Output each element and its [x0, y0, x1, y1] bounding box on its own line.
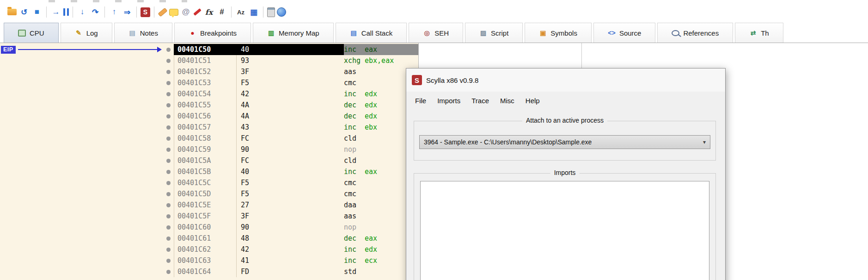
breakpoint-dot[interactable] [163, 77, 174, 88]
breakpoint-dot[interactable] [163, 66, 174, 77]
disasm-row[interactable]: 00401C6341incecx [163, 255, 418, 266]
breakpoint-dot[interactable] [163, 222, 174, 233]
tab-script[interactable]: ▨Script [465, 23, 523, 43]
disasm-row[interactable]: 00401C5F3Faas [163, 211, 418, 222]
address-cell[interactable]: 00401C60 [174, 222, 237, 233]
disasm-row[interactable]: 00401C5990nop [163, 144, 418, 155]
disasm-row[interactable]: 00401C6242incedx [163, 244, 418, 255]
breakpoint-dot[interactable] [163, 177, 174, 188]
disasm-row[interactable]: 00401C5193xchgebx,eax [163, 55, 418, 66]
bytes-cell[interactable]: 4A [237, 100, 344, 111]
bytes-cell[interactable]: FD [237, 266, 344, 277]
bytes-cell[interactable]: F5 [237, 77, 344, 88]
tab-source[interactable]: <>Source [593, 23, 656, 43]
breakpoint-dot[interactable] [163, 155, 174, 166]
address-cell[interactable]: 00401C59 [174, 144, 237, 155]
scylla-plugin-icon[interactable]: S [141, 7, 150, 17]
tab-log[interactable]: ✎Log [61, 23, 112, 43]
disasm-row[interactable]: 00401C5CF5cmc [163, 177, 418, 188]
disasm-row[interactable]: 00401C58FCcld [163, 133, 418, 144]
address-cell[interactable]: 00401C5D [174, 188, 237, 199]
address-cell[interactable]: 00401C5E [174, 199, 237, 211]
calculator-icon[interactable] [267, 7, 275, 17]
disasm-row[interactable]: 00401C564Adecedx [163, 111, 418, 122]
labels-icon[interactable]: @ [180, 6, 191, 18]
disasm-row[interactable]: 00401C53F5cmc [163, 77, 418, 88]
disasm-row[interactable]: 00401C5B40inceax [163, 166, 418, 177]
internet-icon[interactable] [277, 7, 286, 17]
step-over-icon[interactable]: ↷ [90, 6, 101, 18]
address-cell[interactable]: 00401C63 [174, 255, 237, 266]
breakpoint-dot[interactable] [163, 166, 174, 177]
address-cell[interactable]: 00401C5C [174, 177, 237, 188]
breakpoint-dot[interactable] [163, 244, 174, 255]
disasm-row[interactable]: 00401C64FDstd [163, 266, 418, 277]
step-into-icon[interactable]: ↓ [77, 6, 88, 18]
address-cell[interactable]: 00401C62 [174, 244, 237, 255]
address-cell[interactable]: 00401C53 [174, 77, 237, 88]
combo-dropdown-arrow-icon[interactable]: ▾ [703, 139, 706, 145]
address-cell[interactable]: 00401C56 [174, 111, 237, 122]
breakpoint-dot[interactable] [163, 255, 174, 266]
patches-icon[interactable] [158, 7, 167, 17]
tab-references[interactable]: References [657, 23, 733, 43]
menu-misc[interactable]: Misc [495, 95, 520, 106]
breakpoint-dot[interactable] [163, 44, 174, 55]
bytes-cell[interactable]: 90 [237, 144, 344, 155]
breakpoint-dot[interactable] [163, 111, 174, 122]
run-to-user-code-icon[interactable]: ⇒ [122, 6, 133, 18]
tab-notes[interactable]: ▤Notes [114, 23, 172, 43]
bytes-cell[interactable]: FC [237, 133, 344, 144]
address-cell[interactable]: 00401C58 [174, 133, 237, 144]
disasm-row[interactable]: 00401C5040inceax [163, 44, 418, 55]
menu-file[interactable]: File [410, 95, 431, 106]
tab-cpu[interactable]: CPU [4, 23, 59, 43]
scylla-titlebar[interactable]: S Scylla x86 v0.9.8 [406, 68, 725, 92]
tab-memory-map[interactable]: ▥Memory Map [253, 23, 334, 43]
bytes-cell[interactable]: 40 [237, 166, 344, 177]
breakpoint-dot[interactable] [163, 211, 174, 222]
strings-icon[interactable]: Az [235, 6, 246, 18]
address-cell[interactable]: 00401C5F [174, 211, 237, 222]
bytes-cell[interactable]: F5 [237, 188, 344, 199]
bytes-cell[interactable]: F5 [237, 177, 344, 188]
restart-icon[interactable]: ↺ [18, 6, 30, 18]
disasm-row[interactable]: 00401C6090nop [163, 222, 418, 233]
bytes-cell[interactable]: 42 [237, 88, 344, 100]
bytes-cell[interactable]: 43 [237, 122, 344, 133]
breakpoint-dot[interactable] [163, 55, 174, 66]
bytes-cell[interactable]: 4A [237, 111, 344, 122]
address-cell[interactable]: 00401C5A [174, 155, 237, 166]
bytes-cell[interactable]: 42 [237, 244, 344, 255]
bytes-cell[interactable]: 93 [237, 55, 344, 66]
breakpoint-dot[interactable] [163, 133, 174, 144]
bytes-cell[interactable]: 27 [237, 199, 344, 211]
address-cell[interactable]: 00401C61 [174, 233, 237, 244]
disasm-row[interactable]: 00401C5DF5cmc [163, 188, 418, 199]
bytes-cell[interactable]: FC [237, 155, 344, 166]
pause-icon[interactable] [63, 8, 69, 16]
disasm-row[interactable]: 00401C6148deceax [163, 233, 418, 244]
comments-icon[interactable] [169, 9, 178, 16]
tab-call-stack[interactable]: ▤Call Stack [336, 23, 407, 43]
address-cell[interactable]: 00401C51 [174, 55, 237, 66]
menu-imports[interactable]: Imports [432, 95, 465, 106]
run-icon[interactable]: → [50, 6, 61, 18]
address-cell[interactable]: 00401C52 [174, 66, 237, 77]
breakpoint-dot[interactable] [163, 188, 174, 199]
execute-till-return-icon[interactable]: ↑ [109, 6, 120, 18]
disasm-row[interactable]: 00401C5E27daa [163, 199, 418, 211]
disasm-row[interactable]: 00401C554Adecedx [163, 100, 418, 111]
instruction-cell[interactable]: xchgebx,eax [344, 55, 418, 66]
address-cell[interactable]: 00401C50 [174, 44, 237, 55]
address-cell[interactable]: 00401C54 [174, 88, 237, 100]
bytes-cell[interactable]: 40 [237, 44, 344, 55]
memory-module-icon[interactable]: ▦ [248, 6, 259, 18]
address-cell[interactable]: 00401C55 [174, 100, 237, 111]
tab-symbols[interactable]: ▣Symbols [525, 23, 592, 43]
bytes-cell[interactable]: 3F [237, 66, 344, 77]
tab-breakpoints[interactable]: ●Breakpoints [174, 23, 251, 43]
disasm-row[interactable]: 00401C5442incedx [163, 88, 418, 100]
breakpoint-dot[interactable] [163, 144, 174, 155]
breakpoint-dot[interactable] [163, 199, 174, 211]
